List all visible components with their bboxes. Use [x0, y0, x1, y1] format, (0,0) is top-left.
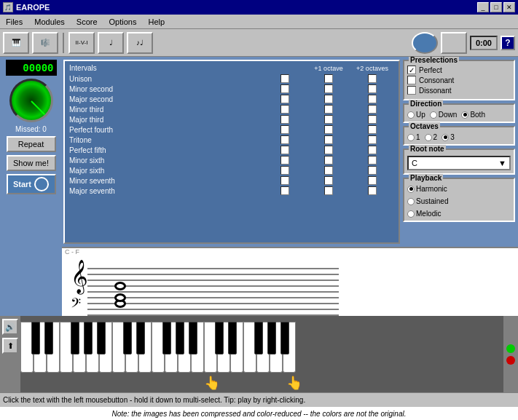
checkbox[interactable]	[280, 105, 289, 114]
interval-row[interactable]: Unison	[66, 74, 397, 84]
checkbox[interactable]	[368, 186, 377, 195]
preselection-item[interactable]: Dissonant	[407, 86, 511, 95]
playback-option[interactable]: Melodic	[407, 210, 441, 218]
checkbox[interactable]	[280, 125, 289, 134]
black-key[interactable]	[189, 322, 197, 354]
checkbox[interactable]	[368, 84, 377, 93]
interval-cb-oct2[interactable]	[350, 186, 394, 195]
checkbox[interactable]	[280, 186, 289, 195]
checkbox[interactable]	[324, 95, 333, 103]
toolbar-btn-2[interactable]: 🎼	[32, 32, 58, 54]
menu-score[interactable]: Score	[74, 17, 101, 27]
interval-cb-oct2[interactable]	[350, 135, 394, 144]
toolbar-btn-4[interactable]: ♩	[98, 32, 124, 54]
interval-row[interactable]: Minor second	[66, 84, 397, 94]
black-key[interactable]	[254, 322, 263, 354]
interval-cb-oct2[interactable]	[350, 74, 394, 83]
checkbox[interactable]	[324, 146, 333, 154]
minimize-button[interactable]: _	[477, 2, 489, 12]
interval-cb-oct1[interactable]	[307, 186, 350, 195]
interval-cb-oct1[interactable]	[307, 176, 350, 185]
black-key[interactable]	[228, 322, 237, 354]
black-key[interactable]	[215, 322, 224, 354]
globe-icon[interactable]	[412, 32, 438, 54]
interval-cb-oct1[interactable]	[307, 125, 350, 134]
interval-cb-base[interactable]	[263, 146, 307, 154]
black-key[interactable]	[136, 322, 145, 354]
interval-cb-oct2[interactable]	[350, 176, 394, 185]
interval-row[interactable]: Tritone	[66, 135, 397, 145]
radio-circle[interactable]	[407, 210, 415, 218]
interval-cb-base[interactable]	[263, 166, 307, 175]
checkbox[interactable]	[368, 156, 377, 165]
toolbar-btn-1[interactable]: 🎹	[3, 32, 29, 54]
direction-option[interactable]: Up	[407, 111, 425, 119]
checkbox[interactable]	[368, 95, 377, 103]
radio-circle[interactable]	[407, 198, 415, 205]
checkbox[interactable]	[280, 95, 289, 103]
interval-row[interactable]: Minor sixth	[66, 155, 397, 165]
checkbox[interactable]	[368, 105, 377, 114]
checkbox[interactable]	[280, 135, 289, 144]
checkbox[interactable]	[280, 84, 289, 93]
preselection-checkbox[interactable]	[407, 86, 416, 95]
interval-cb-oct1[interactable]	[307, 74, 350, 83]
interval-cb-base[interactable]	[263, 74, 307, 83]
checkbox[interactable]	[368, 176, 377, 185]
showme-button[interactable]: Show me!	[7, 155, 56, 171]
toolbar-btn-5[interactable]: ♪♩	[127, 32, 153, 54]
black-key[interactable]	[44, 322, 53, 354]
octave-option[interactable]: 3	[442, 133, 455, 141]
interval-cb-oct2[interactable]	[350, 105, 394, 114]
checkbox[interactable]	[280, 115, 289, 124]
checkbox[interactable]	[280, 74, 289, 83]
help-button[interactable]: ?	[501, 36, 515, 50]
preselection-checkbox[interactable]	[407, 76, 416, 84]
checkbox[interactable]	[324, 74, 333, 83]
octave-option[interactable]: 2	[425, 133, 438, 141]
radio-circle[interactable]	[461, 111, 468, 119]
interval-row[interactable]: Minor seventh	[66, 175, 397, 186]
interval-cb-oct1[interactable]	[307, 105, 350, 114]
interval-cb-oct1[interactable]	[307, 146, 350, 154]
checkbox[interactable]	[324, 156, 333, 165]
checkbox[interactable]	[280, 146, 289, 154]
radio-circle[interactable]	[407, 111, 415, 119]
checkbox[interactable]	[368, 146, 377, 154]
menu-modules[interactable]: Modules	[31, 17, 68, 27]
interval-cb-base[interactable]	[263, 125, 307, 134]
checkbox[interactable]	[324, 84, 333, 93]
checkbox[interactable]	[324, 166, 333, 175]
menu-options[interactable]: Options	[106, 17, 140, 27]
interval-cb-oct2[interactable]	[350, 166, 394, 175]
direction-option[interactable]: Down	[430, 111, 458, 119]
radio-circle[interactable]	[407, 186, 415, 193]
interval-cb-base[interactable]	[263, 84, 307, 93]
interval-cb-oct2[interactable]	[350, 146, 394, 154]
interval-cb-base[interactable]	[263, 95, 307, 103]
interval-row[interactable]: Major sixth	[66, 165, 397, 175]
radio-circle[interactable]	[425, 134, 432, 141]
octave-option[interactable]: 1	[407, 133, 420, 141]
checkbox[interactable]	[368, 166, 377, 175]
close-button[interactable]: ✕	[503, 2, 515, 12]
interval-cb-oct1[interactable]	[307, 135, 350, 144]
side-btn-2[interactable]: ⬆	[2, 338, 18, 354]
checkbox[interactable]	[368, 115, 377, 124]
interval-cb-oct1[interactable]	[307, 115, 350, 124]
interval-cb-oct2[interactable]	[350, 115, 394, 124]
toolbar-btn-3[interactable]: II-V-I	[68, 32, 95, 54]
checkbox[interactable]	[324, 125, 333, 134]
checkbox[interactable]	[368, 74, 377, 83]
black-key[interactable]	[267, 322, 276, 354]
interval-cb-base[interactable]	[263, 105, 307, 114]
interval-cb-base[interactable]	[263, 156, 307, 165]
interval-cb-base[interactable]	[263, 186, 307, 195]
preselection-checkbox[interactable]: ✓	[407, 66, 416, 74]
interval-cb-base[interactable]	[263, 135, 307, 144]
preselection-item[interactable]: ✓ Perfect	[407, 66, 511, 74]
interval-cb-oct2[interactable]	[350, 95, 394, 103]
menu-help[interactable]: Help	[145, 17, 168, 27]
black-key[interactable]	[31, 322, 40, 354]
checkbox[interactable]	[280, 156, 289, 165]
